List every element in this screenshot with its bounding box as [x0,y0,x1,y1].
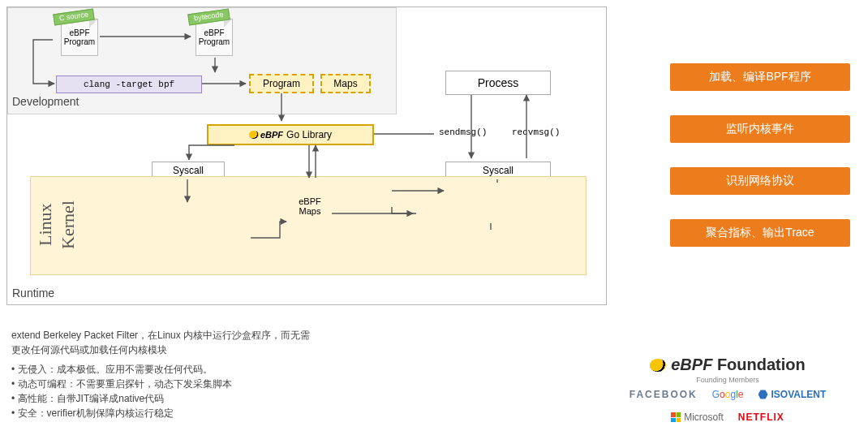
label-sendmsg: sendmsg() [439,127,487,137]
bullet-noninvasive: 无侵入：成本极低。应用不需要改任何代码。 [11,362,417,377]
doc-src-l1: eBPF [69,28,89,37]
bullet-safe: 安全：verifier机制保障内核运行稳定 [11,406,417,420]
doc-src-l2: Program [64,37,95,46]
logo-facebook: FACEBOOK [630,389,698,400]
label-development: Development [12,95,79,108]
bee-icon [650,359,666,372]
foundation-title: eBPF Foundation [602,356,853,374]
ebpf-foundation-block: eBPF Foundation Founding Members FACEBOO… [602,356,853,423]
box-process: Process [445,71,551,95]
logo-google: Google [712,389,744,400]
label-linux: Linux [35,184,56,265]
pill-listen-kernel: 监听内核事件 [670,115,850,143]
db-l1: eBPF [299,196,321,206]
bullet-perf: 高性能：自带JIT编译成native代码 [11,391,417,406]
pill-load-compile: 加载、编译BPF程序 [670,63,850,91]
footnote-block: extend Berkeley Packet Filter，在Linux 内核中… [11,328,417,420]
ebpf-logo-icon: eBPF [249,130,283,140]
doc-c-source: C source eBPF Program [61,19,98,56]
ebpf-architecture-diagram: Development C source eBPF Program byteco… [6,6,607,305]
logo-microsoft: Microsoft [671,412,724,423]
hex-icon [758,390,768,399]
intro-line-1: extend Berkeley Packet Filter，在Linux 内核中… [11,328,417,343]
box-maps: Maps [320,74,371,93]
pill-aggregate-trace: 聚合指标、输出Trace [670,219,850,247]
label-runtime: Runtime [12,287,54,300]
intro-line-2: 更改任何源代码或加载任何内核模块 [11,343,417,357]
bullet-dynamic: 动态可编程：不需要重启探针，动态下发采集脚本 [11,377,417,391]
foundation-sub: Founding Members [602,376,853,384]
kernel-zone [30,176,587,275]
box-program: Program [249,74,314,93]
doc-bc-l2: Program [199,37,230,46]
box-clang: clang -target bpf [56,75,202,93]
label-recvmsg: recvmsg() [512,127,560,137]
logo-netflix: NETFLIX [738,412,784,423]
label-kernel: Kernel [58,184,79,265]
doc-bc-l1: eBPF [204,28,224,37]
db-l2: Maps [299,206,321,216]
logo-isovalent: ISOVALENT [758,389,827,400]
box-go-library: eBPF Go Library [207,124,374,145]
go-library-label: Go Library [286,129,332,140]
pill-identify-proto: 识别网络协议 [670,167,850,195]
doc-bytecode: bytecode eBPF Program [196,19,233,56]
founding-members: FACEBOOK Google ISOVALENT Microsoft NETF… [602,389,853,423]
